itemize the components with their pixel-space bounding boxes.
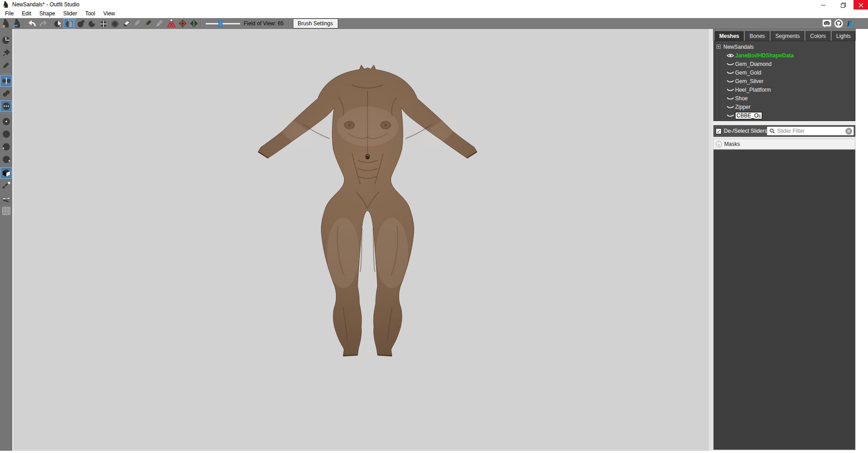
window-title: NewSandals* - Outfit Studio [12, 1, 80, 8]
menu-slider[interactable]: Slider [59, 9, 81, 18]
github-link[interactable] [833, 19, 844, 28]
fov-label: Field of View: 65 [244, 20, 284, 27]
xmirror-toggle[interactable] [0, 75, 12, 87]
cube-toggle[interactable] [0, 167, 12, 179]
weight-brush-button[interactable] [132, 19, 143, 28]
eye-closed-icon[interactable] [726, 61, 734, 67]
deflate-brush-button[interactable] [86, 19, 98, 28]
slider-filter-box: ✕ [767, 126, 854, 135]
green-diamond-arrows-button[interactable] [188, 19, 199, 28]
deselect-sliders-label: De-/Select Sliders [724, 128, 767, 134]
undo-button[interactable] [26, 19, 38, 28]
shape-row-gem-silver[interactable]: Gem_Silver [716, 77, 855, 85]
fov-slider-handle[interactable] [218, 20, 222, 27]
restore-button[interactable] [833, 0, 854, 10]
sphere-dot-left-toggle[interactable] [0, 141, 12, 153]
masks-header[interactable]: ⌄ Masks [713, 139, 855, 149]
shape-row-cbbe-outfit[interactable] [716, 111, 855, 120]
shape-rename-input[interactable] [735, 112, 762, 119]
eye-closed-icon[interactable] [726, 113, 734, 118]
redo-button[interactable] [38, 19, 49, 28]
shape-row-shoe[interactable]: Shoe [716, 94, 855, 103]
right-panel: Meshes Bones Segments Colors Lights NewS… [713, 29, 856, 451]
close-button[interactable] [854, 0, 868, 10]
move-brush-button[interactable] [98, 19, 109, 28]
eye-closed-icon[interactable] [726, 70, 734, 75]
shape-row-gem-gold[interactable]: Gem_Gold [716, 68, 855, 77]
bone-toggle[interactable] [0, 192, 12, 204]
load-project-icon [12, 19, 22, 28]
weld-vertices-toggle[interactable] [0, 88, 12, 99]
new-project-button[interactable] [0, 19, 11, 28]
tab-segments[interactable]: Segments [771, 31, 804, 41]
3d-viewport[interactable] [14, 29, 709, 451]
left-tool-column [0, 29, 12, 451]
chevron-down-icon[interactable]: ⌄ [716, 141, 722, 147]
shape-row-zipper[interactable]: Zipper [716, 103, 855, 111]
weld-vertices-icon [2, 89, 11, 98]
tab-bones[interactable]: Bones [745, 31, 769, 41]
shape-row-janebod[interactable]: JaneBodHDShapeData [716, 51, 855, 60]
eye-closed-icon[interactable] [726, 79, 734, 84]
toolbar-separator [201, 19, 202, 28]
red-diamond-ring-icon [178, 19, 188, 28]
connected-only-toggle[interactable] [0, 100, 12, 112]
toolbar-separator [24, 19, 25, 28]
eye-closed-icon[interactable] [726, 104, 734, 110]
menu-shape[interactable]: Shape [35, 9, 59, 18]
sphere-dot-right-icon [2, 155, 11, 164]
slider-filter-input[interactable] [777, 127, 845, 135]
smooth-brush-button[interactable] [109, 19, 120, 28]
panel-splitter[interactable] [709, 29, 713, 451]
pin-icon [2, 48, 11, 57]
eye-closed-icon[interactable] [726, 96, 734, 101]
shape-label: Shoe [735, 95, 748, 102]
xmirror-icon [2, 76, 11, 85]
alpha-brush-button[interactable] [154, 19, 165, 28]
menu-view[interactable]: View [99, 9, 119, 18]
eraser-brush-button[interactable] [120, 19, 132, 28]
pin-button[interactable] [0, 47, 12, 59]
shape-row-heel-plattform[interactable]: Heel_Plattform [716, 85, 855, 94]
sphere-dot-right-toggle[interactable] [0, 154, 12, 165]
inflate-brush-button[interactable] [75, 19, 86, 28]
eye-open-icon[interactable] [726, 53, 734, 58]
select-brush-button[interactable] [52, 19, 64, 28]
fov-slider[interactable] [206, 19, 240, 28]
menu-file[interactable]: File [1, 9, 18, 18]
tree-collapse-icon[interactable] [717, 45, 721, 49]
sphere-dot-center-toggle[interactable] [0, 116, 12, 127]
brush-settings-button[interactable]: Brush Settings [293, 19, 338, 28]
paypal-link[interactable]: P P [844, 19, 856, 28]
color-brush-button[interactable] [143, 19, 154, 28]
tab-lights[interactable]: Lights [832, 31, 855, 41]
rotation-center-button[interactable] [0, 34, 12, 46]
menu-tool[interactable]: Tool [81, 9, 99, 18]
sphere-toggle[interactable] [0, 128, 12, 140]
meshes-tree-panel: NewSandals JaneBodHDShapeData Gem_Diamon… [713, 41, 855, 121]
wireframe-vertices-toggle[interactable] [0, 180, 12, 191]
red-diamond-ring-button[interactable] [177, 19, 188, 28]
menu-edit[interactable]: Edit [18, 9, 35, 18]
clear-filter-icon[interactable]: ✕ [845, 128, 852, 135]
smooth-brush-icon [110, 19, 120, 28]
grid-toggle[interactable] [0, 205, 12, 217]
tree-root-row[interactable]: NewSandals [716, 42, 855, 51]
discord-link[interactable] [821, 19, 833, 28]
red-triangle-x-button[interactable] [165, 19, 177, 28]
tree-root-label: NewSandals [723, 44, 754, 50]
eye-closed-icon[interactable] [726, 87, 734, 93]
minimize-button[interactable] [813, 0, 833, 10]
app-icon [2, 1, 9, 8]
tab-meshes[interactable]: Meshes [715, 31, 744, 41]
mask-brush-button[interactable] [64, 19, 75, 28]
vertex-edit-button[interactable] [0, 60, 12, 71]
sphere-icon [2, 130, 11, 139]
deselect-sliders-checkbox[interactable]: ✓ [716, 128, 722, 134]
shape-row-gem-diamond[interactable]: Gem_Diamond [716, 60, 855, 68]
discord-icon [822, 19, 832, 28]
sliders-area[interactable] [713, 149, 855, 450]
load-project-button[interactable] [11, 19, 23, 28]
tab-colors[interactable]: Colors [806, 31, 830, 41]
select-brush-icon [53, 19, 63, 28]
